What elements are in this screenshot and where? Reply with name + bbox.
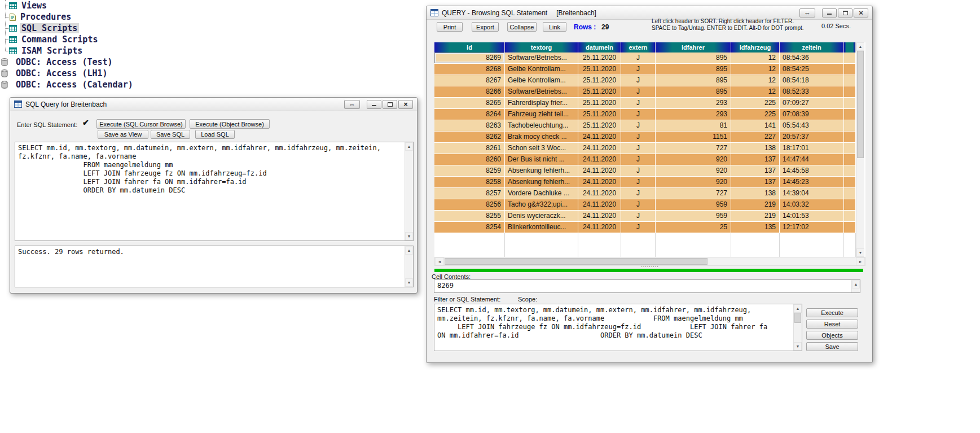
- cell-extern[interactable]: J: [621, 188, 656, 199]
- cell-textorg[interactable]: Gelbe Kontrollam...: [505, 64, 578, 75]
- cell-zeitein[interactable]: 14:01:53: [780, 211, 844, 221]
- cell-extern[interactable]: J: [621, 154, 656, 165]
- scroll-up-button[interactable]: ▲: [405, 142, 413, 151]
- grid-row[interactable]: 8267Gelbe Kontrollam...25.11.2020J895120…: [434, 75, 856, 86]
- minimize-button[interactable]: [822, 8, 837, 18]
- cell-zeitein[interactable]: 20:57:37: [780, 132, 844, 142]
- cell-zeitein[interactable]: 07:08:39: [780, 109, 844, 120]
- scroll-down-button[interactable]: ▼: [405, 232, 413, 240]
- cell-idfahrzeug[interactable]: 138: [731, 188, 780, 199]
- cell-id[interactable]: 8269: [434, 53, 505, 63]
- cell-id[interactable]: 8262: [434, 132, 505, 142]
- cell-zeitein[interactable]: 14:47:44: [780, 154, 844, 165]
- cell-idfahrzeug[interactable]: 141: [731, 120, 780, 131]
- cell-idfahrzeug[interactable]: 135: [731, 222, 780, 233]
- cell-contents-value[interactable]: 8269: [434, 280, 851, 292]
- column-header-id[interactable]: id: [434, 42, 505, 53]
- cell-extern[interactable]: J: [621, 132, 656, 142]
- cell-zeitein[interactable]: 08:54:18: [780, 75, 844, 86]
- cell-extern[interactable]: J: [621, 98, 656, 108]
- grid-row[interactable]: 8266Software/Betriebs...25.11.2020J89512…: [434, 86, 856, 98]
- grid-row[interactable]: 8258Absenkung fehlerh...24.11.2020J92013…: [434, 177, 856, 188]
- cell-idfahrzeug[interactable]: 137: [731, 154, 780, 165]
- cell-datumein[interactable]: 25.11.2020: [578, 64, 621, 75]
- cell-extern[interactable]: J: [621, 165, 656, 176]
- cell-extern[interactable]: J: [621, 109, 656, 120]
- tree-item-command-scripts[interactable]: Command Scripts: [0, 34, 186, 45]
- cell-datumein[interactable]: 24.11.2020: [578, 199, 621, 210]
- cell-idfahrer[interactable]: 895: [656, 64, 731, 75]
- vertical-scroll-thumb[interactable]: [857, 51, 864, 158]
- maximize-button[interactable]: [838, 8, 852, 18]
- filter-sql-editor[interactable]: SELECT mm.id, mm.textorg, mm.datumein, m…: [434, 304, 802, 351]
- cell-datumein[interactable]: 24.11.2020: [578, 211, 621, 221]
- export-button[interactable]: Export: [472, 22, 499, 32]
- cell-id[interactable]: 8264: [434, 109, 505, 120]
- scroll-up-button[interactable]: ▲: [794, 304, 802, 313]
- scroll-up-button[interactable]: ▲: [405, 246, 413, 255]
- cell-extern[interactable]: J: [621, 211, 656, 221]
- cell-idfahrzeug[interactable]: 225: [731, 109, 780, 120]
- cell-datumein[interactable]: 25.11.2020: [578, 53, 621, 63]
- cell-datumein[interactable]: 25.11.2020: [578, 75, 621, 86]
- cell-textorg[interactable]: Fahrzeug zieht teil...: [505, 109, 578, 120]
- cell-idfahrzeug[interactable]: 137: [731, 177, 780, 187]
- cell-datumein[interactable]: 24.11.2020: [578, 222, 621, 233]
- cell-zeitein[interactable]: 14:39:04: [780, 188, 844, 199]
- cell-idfahrer[interactable]: 293: [656, 98, 731, 108]
- tree-item-isam-scripts[interactable]: ISAM Scripts: [0, 45, 186, 56]
- cell-idfahrer[interactable]: 895: [656, 86, 731, 97]
- cell-textorg[interactable]: Schon seit 3 Woc...: [505, 143, 578, 154]
- cell-idfahrer[interactable]: 727: [656, 143, 731, 154]
- cell-extern[interactable]: J: [621, 53, 656, 63]
- cell-zeitein[interactable]: 14:45:23: [780, 177, 844, 187]
- splitter-handle[interactable]: .........: [427, 263, 873, 268]
- cell-idfahrzeug[interactable]: 219: [731, 211, 780, 221]
- cell-id[interactable]: 8260: [434, 154, 505, 165]
- filter-sql-text[interactable]: SELECT mm.id, mm.textorg, mm.datumein, m…: [434, 304, 793, 351]
- cell-textorg[interactable]: Brak mocy check ...: [505, 132, 578, 142]
- sql-statement-text[interactable]: SELECT mm.id, mm.textorg, mm.datumein, m…: [15, 142, 405, 240]
- cell-id[interactable]: 8263: [434, 120, 505, 131]
- scroll-down-button[interactable]: ▼: [794, 342, 802, 351]
- cell-zeitein[interactable]: 18:17:01: [780, 143, 844, 154]
- cell-textorg[interactable]: Tacho g&#322;upi...: [505, 199, 578, 210]
- link-button[interactable]: Link: [543, 22, 566, 32]
- filter-vertical-scrollbar[interactable]: ▲ ▼: [793, 304, 802, 351]
- cell-datumein[interactable]: 24.11.2020: [578, 154, 621, 165]
- scroll-down-button[interactable]: ▼: [856, 248, 864, 257]
- execute-button[interactable]: Execute: [806, 308, 858, 317]
- grid-row[interactable]: 8257Vordere Dachluke ...24.11.2020J72713…: [434, 188, 856, 199]
- cell-zeitein[interactable]: 08:52:33: [780, 86, 844, 97]
- cell-extern[interactable]: J: [621, 86, 656, 97]
- cell-idfahrzeug[interactable]: 12: [731, 64, 780, 75]
- cell-idfahrzeug[interactable]: 225: [731, 98, 780, 108]
- scroll-down-button[interactable]: ▼: [405, 278, 413, 287]
- cell-idfahrzeug[interactable]: 12: [731, 53, 780, 63]
- cell-extern[interactable]: J: [621, 222, 656, 233]
- cell-idfahrzeug[interactable]: 227: [731, 132, 780, 142]
- cell-textorg[interactable]: Software/Betriebs...: [505, 86, 578, 97]
- minimize-button[interactable]: [367, 100, 381, 109]
- column-header-textorg[interactable]: textorg: [505, 42, 578, 53]
- cell-datumein[interactable]: 24.11.2020: [578, 188, 621, 199]
- cell-datumein[interactable]: 25.11.2020: [578, 109, 621, 120]
- cell-id[interactable]: 8268: [434, 64, 505, 75]
- scroll-up-button[interactable]: ▲: [852, 280, 860, 288]
- cell-idfahrzeug[interactable]: 138: [731, 143, 780, 154]
- cell-idfahrer[interactable]: 959: [656, 211, 731, 221]
- switch-window-button[interactable]: ⇔: [344, 100, 360, 109]
- sql-statement-editor[interactable]: SELECT mm.id, mm.textorg, mm.datumein, m…: [15, 142, 414, 241]
- column-header-datumein[interactable]: datumein: [578, 42, 621, 53]
- cell-contents-box[interactable]: 8269 ▲: [434, 279, 860, 293]
- grid-row[interactable]: 8268Gelbe Kontrollam...25.11.2020J895120…: [434, 64, 856, 75]
- cell-idfahrer[interactable]: 959: [656, 199, 731, 210]
- column-header-idfahrzeug[interactable]: idfahrzeug: [731, 42, 780, 53]
- cell-contents-scrollbar[interactable]: ▲: [851, 280, 860, 292]
- cell-datumein[interactable]: 25.11.2020: [578, 98, 621, 108]
- tree-item-odbc-access-test[interactable]: ODBC: Access (Test): [0, 56, 186, 68]
- cell-id[interactable]: 8261: [434, 143, 505, 154]
- cell-zeitein[interactable]: 08:54:36: [780, 53, 844, 63]
- cell-zeitein[interactable]: 14:45:58: [780, 165, 844, 176]
- cell-id[interactable]: 8256: [434, 199, 505, 210]
